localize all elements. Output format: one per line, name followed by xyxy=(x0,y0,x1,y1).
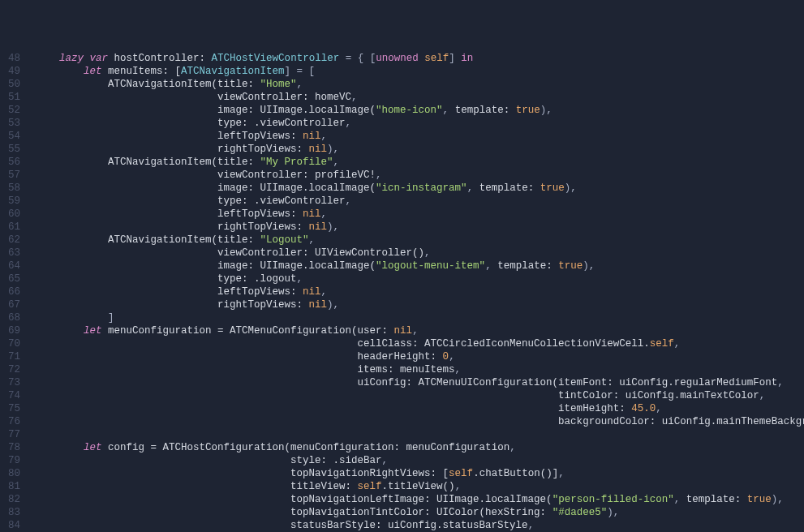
token: , xyxy=(321,208,328,220)
line-number: 64 xyxy=(8,260,20,272)
code-line xyxy=(35,428,804,441)
code-line: cellClass: ATCCircledIconMenuCollectionV… xyxy=(35,337,804,350)
token: , xyxy=(759,390,766,401)
line-number: 77 xyxy=(8,428,20,441)
token: menuItems: [ xyxy=(102,66,182,77)
token: items: menuItems xyxy=(35,364,455,375)
code-line: uiConfig: ATCMenuUIConfiguration(itemFon… xyxy=(35,376,804,389)
code-line: lazy var hostController: ATCHostViewCont… xyxy=(35,52,804,65)
line-number: 69 xyxy=(8,324,20,337)
token: "logout-menu-item" xyxy=(376,260,485,272)
line-number: 83 xyxy=(8,506,20,519)
token: , xyxy=(321,286,328,298)
token: , xyxy=(449,351,455,363)
token xyxy=(35,442,84,453)
token: leftTopViews: xyxy=(35,131,303,142)
token: 45.0 xyxy=(631,403,656,414)
code-line: leftTopViews: nil, xyxy=(35,285,804,298)
token: ), xyxy=(327,144,339,155)
token: titleView: xyxy=(35,481,358,492)
code-line: backgroundColor: uiConfig.mainThemeBackg… xyxy=(35,415,804,428)
code-line: let menuConfiguration = ATCMenuConfigura… xyxy=(35,324,804,337)
line-number: 80 xyxy=(8,467,20,480)
token: itemHeight: xyxy=(35,403,631,414)
token: , xyxy=(346,195,352,207)
token: ), xyxy=(772,494,784,505)
token: menuConfiguration = ATCMenuConfiguration… xyxy=(102,325,394,337)
line-number: 82 xyxy=(8,493,20,506)
code-line: ] xyxy=(35,311,804,324)
line-number: 66 xyxy=(8,285,20,298)
line-number: 65 xyxy=(8,272,20,285)
token xyxy=(35,66,84,77)
token: nil xyxy=(309,144,328,155)
token: "Logout" xyxy=(260,234,309,246)
token: topNavigationRightViews: [ xyxy=(35,468,449,479)
token: "Home" xyxy=(260,79,297,90)
token xyxy=(35,53,59,64)
token: nil xyxy=(303,131,321,142)
token: , xyxy=(455,481,462,492)
line-number: 63 xyxy=(8,247,20,260)
token: self xyxy=(358,481,382,492)
token: uiConfig: ATCMenuUIConfiguration(itemFon… xyxy=(35,377,777,388)
code-line: titleView: self.titleView(), xyxy=(35,480,804,493)
code-line: leftTopViews: nil, xyxy=(35,208,804,221)
token: , xyxy=(351,92,358,103)
code-body: lazy var hostController: ATCHostViewCont… xyxy=(35,52,804,532)
line-number: 60 xyxy=(8,208,20,221)
code-line: rightTopViews: nil), xyxy=(35,298,804,311)
token: nil xyxy=(303,208,321,220)
token: nil xyxy=(394,325,413,337)
line-number: 76 xyxy=(8,415,20,428)
token: true xyxy=(540,182,565,194)
code-line: viewController: homeVC, xyxy=(35,91,804,104)
code-line: viewController: UIViewController(), xyxy=(35,247,804,260)
token: nil xyxy=(309,221,328,233)
token: .titleView() xyxy=(382,481,455,492)
code-line: image: UIImage.localImage("home-icon", t… xyxy=(35,104,804,117)
token: , xyxy=(656,403,662,414)
token: hostController: xyxy=(108,53,212,64)
line-number: 74 xyxy=(8,389,20,402)
token: ), xyxy=(327,299,339,311)
token: ATCNavigationItem(title: xyxy=(35,157,260,168)
line-number: 56 xyxy=(8,156,20,169)
code-line: let menuItems: [ATCNavigationItem] = [ xyxy=(35,65,804,78)
line-number: 70 xyxy=(8,337,20,350)
code-line: statusBarStyle: uiConfig.statusBarStyle, xyxy=(35,519,804,532)
token: template: xyxy=(479,182,540,194)
token: , xyxy=(674,494,686,505)
token: nil xyxy=(309,299,328,311)
code-line: ATCNavigationItem(title: "My Profile", xyxy=(35,156,804,169)
token: let xyxy=(84,325,102,337)
token: statusBarStyle: uiConfig.statusBarStyle xyxy=(35,520,528,531)
token: cellClass: ATCCircledIconMenuCollectionV… xyxy=(35,338,650,350)
token: "person-filled-icon" xyxy=(552,494,674,505)
code-line: topNavigationRightViews: [self.chatButto… xyxy=(35,467,804,480)
line-number: 75 xyxy=(8,402,20,415)
token: "#dadee5" xyxy=(552,507,608,518)
token: ATCNavigationItem(title: xyxy=(35,79,260,90)
token: var xyxy=(90,53,109,64)
token: let xyxy=(84,66,102,77)
line-number: 61 xyxy=(8,221,20,234)
line-number: 49 xyxy=(8,65,20,78)
code-line: headerHeight: 0, xyxy=(35,350,804,363)
token: "icn-instagram" xyxy=(376,182,467,194)
token: , xyxy=(297,273,303,285)
token: tintColor: uiConfig.mainTextColor xyxy=(35,390,759,401)
token: ATCHostViewController xyxy=(212,53,340,64)
token: type: .viewController xyxy=(35,195,346,207)
token: let xyxy=(84,442,102,453)
token: true xyxy=(516,105,540,116)
token: , xyxy=(485,260,497,272)
code-line: type: .viewController, xyxy=(35,195,804,208)
line-number: 79 xyxy=(8,454,20,467)
token: , xyxy=(333,157,340,168)
token: ATCNavigationItem(title: xyxy=(35,234,260,246)
token: backgroundColor: uiConfig.mainThemeBackg… xyxy=(35,416,804,427)
token: style: .sideBar xyxy=(35,455,382,466)
line-number: 81 xyxy=(8,480,20,493)
token: , xyxy=(376,169,382,181)
